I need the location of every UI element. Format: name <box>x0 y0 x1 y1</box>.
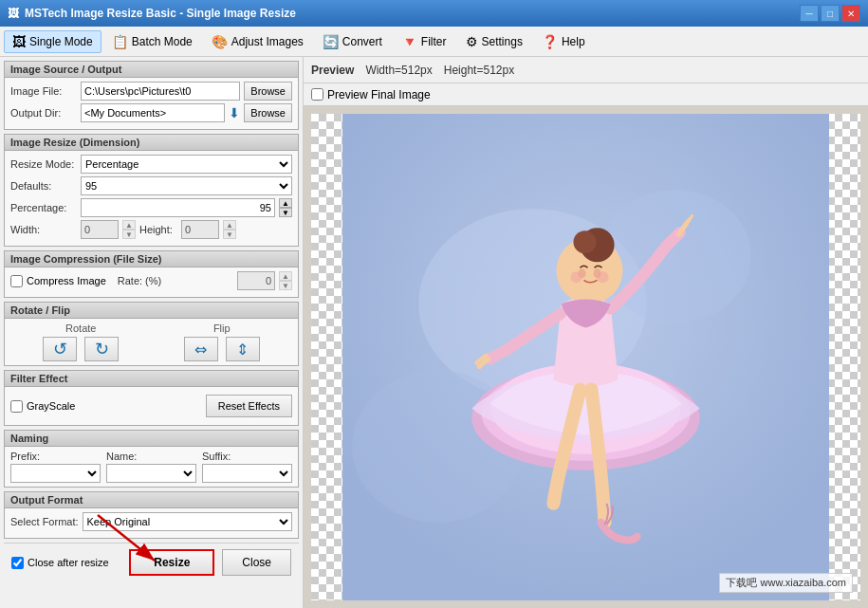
percentage-spin-down[interactable]: ▼ <box>279 208 292 217</box>
convert-label: Convert <box>342 35 382 48</box>
close-after-resize-label[interactable]: Close after resize <box>11 557 109 569</box>
filter-icon: 🔻 <box>401 34 417 49</box>
title-bar: 🖼 MSTech Image Resize Basic - Single Ima… <box>0 0 868 27</box>
height-spin-down[interactable]: ▼ <box>223 230 236 239</box>
image-resize-title: Image Resize (Dimension) <box>5 135 298 151</box>
preview-final-checkbox[interactable] <box>311 88 323 101</box>
browse-dir-button[interactable]: Browse <box>244 103 292 122</box>
dir-icon: ⬇ <box>229 105 240 120</box>
file-label: Image File: <box>10 85 77 97</box>
height-label: Height: <box>139 224 177 235</box>
rotate-ccw-button[interactable]: ↺ <box>43 337 77 361</box>
preview-width: Width=512px <box>365 64 432 77</box>
filter-effect-title: Filter Effect <box>5 371 298 387</box>
menu-batch-mode[interactable]: 📋 Batch Mode <box>103 30 201 53</box>
single-mode-icon: 🖼 <box>12 34 26 49</box>
compress-checkbox[interactable] <box>10 275 23 287</box>
flip-h-button[interactable]: ⇔ <box>184 337 218 361</box>
preview-checkbox-row: Preview Final Image <box>304 83 868 106</box>
help-label: Help <box>562 35 585 48</box>
suffix-label: Suffix: <box>202 451 292 462</box>
rotate-cw-button[interactable]: ↻ <box>84 337 119 361</box>
menu-adjust-images[interactable]: 🎨 Adjust Images <box>203 30 312 53</box>
left-panel: Image Source / Output Image File: Browse… <box>0 57 304 608</box>
name-label: Name: <box>106 451 196 462</box>
rotate-label: Rotate <box>41 322 120 334</box>
image-file-input[interactable] <box>81 82 240 101</box>
app-icon: 🖼 <box>8 7 19 20</box>
height-input[interactable] <box>181 220 219 239</box>
image-resize-section: Image Resize (Dimension) Resize Mode: Pe… <box>4 134 299 247</box>
menu-convert[interactable]: 🔄 Convert <box>314 30 391 53</box>
adjust-images-label: Adjust Images <box>231 35 304 48</box>
preview-canvas: 下载吧 www.xiazaiba.com <box>311 114 860 600</box>
svg-point-15 <box>598 271 609 283</box>
width-spin-down[interactable]: ▼ <box>122 230 136 239</box>
adjust-images-icon: 🎨 <box>212 34 228 49</box>
menu-single-mode[interactable]: 🖼 Single Mode <box>4 30 102 53</box>
width-input[interactable] <box>81 220 119 239</box>
name-select[interactable] <box>106 464 196 483</box>
naming-title: Naming <box>5 431 298 447</box>
single-mode-label: Single Mode <box>29 35 93 48</box>
resize-mode-select[interactable]: Percentage Pixel <box>81 155 292 174</box>
output-format-title: Output Format <box>5 492 298 508</box>
preview-image <box>311 114 860 600</box>
settings-icon: ⚙ <box>466 34 478 49</box>
menu-settings[interactable]: ⚙ Settings <box>457 30 531 53</box>
title-bar-controls: ─ □ ✕ <box>800 5 860 22</box>
image-compression-title: Image Compression (File Size) <box>5 251 298 267</box>
svg-point-14 <box>570 271 582 283</box>
menu-help[interactable]: ❓ Help <box>533 30 594 53</box>
grayscale-checkbox[interactable] <box>10 400 23 413</box>
format-select[interactable]: Keep Original JPEG PNG BMP <box>83 512 292 531</box>
preview-header: Preview Width=512px Height=512px <box>304 57 868 83</box>
close-button[interactable]: Close <box>222 549 291 576</box>
width-label: Width: <box>10 224 77 235</box>
help-icon: ❓ <box>542 34 558 49</box>
rotate-flip-title: Rotate / Flip <box>5 303 298 319</box>
rotate-flip-section: Rotate / Flip Rotate ↺ ↻ Flip ⇔ <box>4 302 299 366</box>
main-content: Image Source / Output Image File: Browse… <box>0 57 868 608</box>
window-title: MSTech Image Resize Basic - Single Image… <box>25 7 296 20</box>
close-window-button[interactable]: ✕ <box>841 5 860 22</box>
flip-label: Flip <box>182 322 262 334</box>
output-dir-input[interactable] <box>81 103 225 122</box>
minimize-button[interactable]: ─ <box>800 5 819 22</box>
defaults-label: Defaults: <box>10 180 77 192</box>
close-after-resize-checkbox[interactable] <box>11 557 24 569</box>
percentage-label: Percentage: <box>10 202 77 213</box>
watermark: 下载吧 www.xiazaiba.com <box>719 573 853 593</box>
maximize-button[interactable]: □ <box>821 5 840 22</box>
menu-bar: 🖼 Single Mode 📋 Batch Mode 🎨 Adjust Imag… <box>0 27 868 57</box>
percentage-input[interactable] <box>81 198 275 217</box>
rate-input[interactable] <box>237 271 275 290</box>
defaults-select[interactable]: 95 50 75 <box>81 176 292 195</box>
batch-mode-label: Batch Mode <box>132 35 193 48</box>
settings-label: Settings <box>482 35 523 48</box>
prefix-select[interactable] <box>10 464 101 483</box>
compress-checkbox-label[interactable]: Compress Image <box>10 275 106 287</box>
filter-effect-section: Filter Effect GrayScale Reset Effects <box>4 370 299 426</box>
percentage-spin-up[interactable]: ▲ <box>279 198 292 208</box>
reset-effects-button[interactable]: Reset Effects <box>206 395 292 417</box>
width-spin-up[interactable]: ▲ <box>122 220 136 230</box>
rate-label: Rate: (%) <box>118 275 161 286</box>
height-spin-up[interactable]: ▲ <box>223 220 236 230</box>
image-compression-section: Image Compression (File Size) Compress I… <box>4 250 299 298</box>
flip-v-button[interactable]: ⇕ <box>226 337 260 361</box>
bottom-bar: Close after resize Resize Close <box>4 543 299 581</box>
svg-point-11 <box>573 230 596 253</box>
rate-spin-up[interactable]: ▲ <box>279 271 292 281</box>
preview-final-label: Preview Final Image <box>327 88 431 101</box>
suffix-select[interactable] <box>202 464 292 483</box>
select-format-label: Select Format: <box>10 516 79 527</box>
rate-spin-down[interactable]: ▼ <box>279 281 292 290</box>
browse-file-button[interactable]: Browse <box>244 82 292 101</box>
grayscale-checkbox-label[interactable]: GrayScale <box>10 400 75 413</box>
output-dir-label: Output Dir: <box>10 107 77 119</box>
resize-button[interactable]: Resize <box>129 549 214 576</box>
convert-icon: 🔄 <box>323 34 339 49</box>
menu-filter[interactable]: 🔻 Filter <box>393 30 455 53</box>
preview-height: Height=512px <box>444 64 514 77</box>
